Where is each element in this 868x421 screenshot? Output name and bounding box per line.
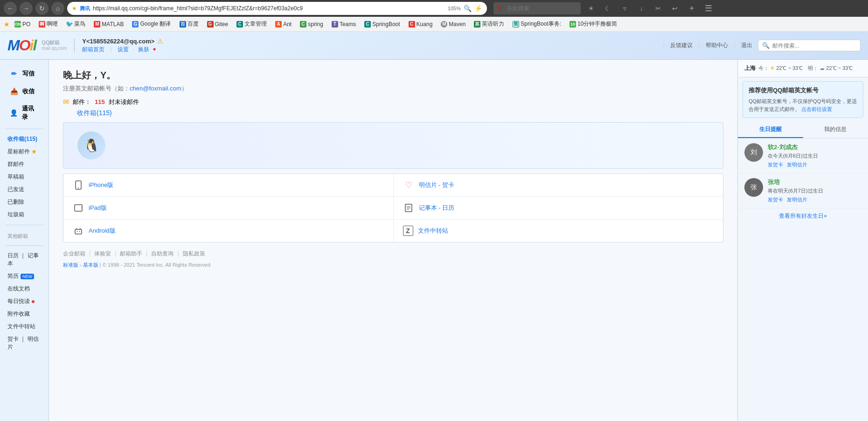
send-card-link-2[interactable]: 发贺卡 — [768, 196, 783, 203]
today-temp: 22℃ ~ 33℃ — [776, 65, 803, 71]
bookmark-teams[interactable]: T Teams — [328, 20, 360, 29]
ipad-label[interactable]: iPad版 — [89, 204, 107, 212]
file-transfer-label[interactable]: 文件中转站 — [418, 227, 448, 235]
bookmark-wuhui[interactable]: 啊 啊哩 — [35, 19, 62, 29]
nav-home-link[interactable]: 邮箱首页 — [82, 46, 104, 54]
bookmark-wenzhang[interactable]: C 文章管理 — [233, 19, 271, 29]
quick-link-notebook[interactable]: 记事本 - 日历 — [394, 197, 723, 219]
weather-section: 上海 今： ☀ 22℃ ~ 33℃ 明： ☁ 22℃ ~ 33℃ — [738, 60, 868, 77]
footer-lab[interactable]: 体验室 — [94, 250, 111, 258]
footer-enterprise[interactable]: 企业邮箱 — [63, 250, 85, 258]
sidebar-item-card[interactable]: 贺卡 ｜ 明信片 — [0, 333, 49, 353]
nav-skin-link[interactable]: 换肤 — [138, 46, 149, 54]
birthday-item-zhangpei: 张 张培 将在明天(6月7日)过生日 发贺卡 发明信片 — [738, 173, 868, 208]
sidebar-item-file-transfer[interactable]: 文件中转站 — [0, 320, 49, 333]
bookmark-ant[interactable]: A Ant — [271, 20, 295, 29]
write-mail-button[interactable]: ✏ 写信 — [4, 65, 45, 82]
quick-link-file-transfer[interactable]: Z 文件中转站 — [394, 220, 723, 242]
night-mode-button[interactable]: ☾ — [601, 2, 614, 15]
view-all-birthdays[interactable]: 查看所有好友生日» — [738, 208, 868, 224]
sidebar-item-sent[interactable]: 已发送 — [0, 183, 49, 196]
address-bar[interactable]: ★ 腾讯 https://mail.qq.com/cgi-bin/frame_h… — [67, 2, 487, 15]
browser-search-input[interactable] — [502, 4, 577, 13]
sidebar-item-daily-read[interactable]: 每日悦读 — [0, 295, 49, 308]
bookmark-maven[interactable]: M Maven — [437, 20, 469, 29]
sun-icon: ☀ — [770, 65, 775, 71]
search-extension[interactable]: S — [493, 2, 581, 14]
home-button[interactable]: ⌂ — [51, 2, 64, 15]
sidebar-divider3 — [6, 245, 43, 246]
send-postcard-link-2[interactable]: 发明信片 — [787, 196, 807, 203]
bookmark-kuang[interactable]: C Kuang — [405, 20, 437, 29]
footer-self-service[interactable]: 自助查询 — [151, 250, 174, 258]
version-link[interactable]: 标准版 - 基本版 — [63, 262, 98, 268]
postcard-heart-icon: ♡ — [403, 179, 414, 191]
bookmark-springboot[interactable]: C SpringBoot — [361, 20, 403, 29]
quick-link-android[interactable]: Android版 — [63, 220, 394, 242]
forward-button[interactable]: → — [20, 2, 33, 15]
contacts-button[interactable]: 👤 通讯录 — [4, 101, 45, 125]
profile-button[interactable]: ☀ — [584, 2, 597, 15]
bookmark-cainiao[interactable]: 🐦 菜鸟 — [62, 19, 89, 29]
birthday-name-2[interactable]: 张培 — [768, 178, 861, 186]
iphone-label[interactable]: iPhone版 — [89, 181, 113, 189]
birthday-item-liuchengjie: 刘 软2-刘成杰 在今天(6月6日)过生日 发贺卡 发明信片 — [738, 138, 868, 173]
sidebar-item-online-doc[interactable]: 在线文档 — [0, 283, 49, 295]
sidebar-item-attachment[interactable]: 附件收藏 — [0, 308, 49, 320]
sidebar-other-mail[interactable]: 其他邮箱 — [0, 229, 49, 242]
bookmark-baidu[interactable]: 百 百度 — [176, 19, 202, 29]
sidebar-item-jianli[interactable]: 简历NEW — [0, 270, 49, 283]
sidebar-item-inbox[interactable]: 收件箱(115) — [0, 133, 49, 145]
inbox-link[interactable]: 收件箱(115) — [63, 109, 112, 117]
birthday-name-1[interactable]: 软2-刘成杰 — [768, 143, 861, 152]
welcome-section: 晚上好，Y。 注册英文邮箱帐号（如：chen@foxmail.com） ✉ 邮件… — [49, 60, 737, 122]
send-card-link-1[interactable]: 发贺卡 — [768, 161, 783, 168]
register-link[interactable]: chen@foxmail.com — [130, 85, 181, 92]
logout-link[interactable]: 退出 — [741, 41, 752, 49]
help-link[interactable]: 帮助中心 — [706, 41, 728, 49]
mail-search-box[interactable]: 🔍 — [758, 40, 861, 51]
send-postcard-link-1[interactable]: 发明信片 — [787, 161, 807, 168]
receive-mail-button[interactable]: 📥 收信 — [4, 83, 45, 100]
footer-links: 企业邮箱 | 体验室 | 邮箱助手 | 自助查询 | 隐私政策 — [49, 242, 737, 260]
quick-link-ipad[interactable]: iPad版 — [63, 197, 394, 219]
right-panel: 上海 今： ☀ 22℃ ~ 33℃ 明： ☁ 22℃ ~ 33℃ 推荐使用QQ邮… — [737, 60, 868, 421]
sidebar-item-group[interactable]: 群邮件 — [0, 158, 49, 171]
bookmark-gitee[interactable]: G Gitee — [203, 20, 232, 29]
sidebar-item-deleted[interactable]: 已删除 — [0, 196, 49, 208]
sidebar-item-starred[interactable]: 星标邮件 ★ — [0, 145, 49, 158]
postcard-label[interactable]: 明信片 - 贺卡 — [419, 181, 455, 189]
nav-settings-link[interactable]: 设置 — [118, 46, 129, 54]
register-text-end: ） — [181, 85, 187, 92]
tab-my-info[interactable]: 我的信息 — [803, 122, 868, 138]
notebook-label[interactable]: 记事本 - 日历 — [419, 204, 455, 212]
sidebar-item-drafts[interactable]: 草稿箱 — [0, 171, 49, 183]
android-label[interactable]: Android版 — [89, 227, 116, 235]
bookmark-springboot2[interactable]: 简 SpringBoot事务: — [509, 19, 565, 29]
back-button[interactable]: ← — [4, 2, 17, 15]
bookmark-matlab[interactable]: M MATLAB — [90, 20, 127, 29]
quick-link-postcard[interactable]: ♡ 明信片 - 贺卡 — [394, 174, 723, 196]
undo-button[interactable]: ↩ — [668, 2, 681, 15]
tab-birthday-reminder[interactable]: 生日提醒 — [738, 122, 803, 138]
footer-privacy[interactable]: 隐私政策 — [183, 250, 205, 258]
menu-button[interactable]: ☰ — [702, 2, 715, 15]
footer-div3: | — [146, 250, 147, 258]
english-promo-link[interactable]: 点击前往设置 — [801, 106, 832, 112]
refresh-button[interactable]: ↻ — [35, 2, 49, 15]
quick-link-iphone[interactable]: iPhone版 — [63, 174, 394, 196]
feedback-link[interactable]: 反馈建议 — [670, 41, 693, 49]
sidebar-item-calendar[interactable]: 日历 ｜ 记事本 — [0, 249, 49, 270]
bookmark-shuqian[interactable]: ON PO — [11, 20, 34, 29]
sidebar-item-spam[interactable]: 垃圾箱 — [0, 208, 49, 221]
add-tab-button[interactable]: + — [685, 2, 698, 15]
bookmark-spring[interactable]: C spring — [296, 20, 327, 29]
extensions-button[interactable]: ▿ — [618, 2, 631, 15]
bookmark-qq10[interactable]: 10 10分钟手撸极简 — [566, 19, 621, 29]
mail-search-input[interactable] — [772, 42, 856, 49]
bookmark-english[interactable]: 英 英语听力 — [470, 19, 508, 29]
bookmark-google[interactable]: G Google 翻译 — [128, 19, 174, 29]
download-button[interactable]: ↓ — [635, 2, 648, 15]
footer-assistant[interactable]: 邮箱助手 — [120, 250, 142, 258]
cut-icon[interactable]: ✂ — [652, 2, 665, 15]
